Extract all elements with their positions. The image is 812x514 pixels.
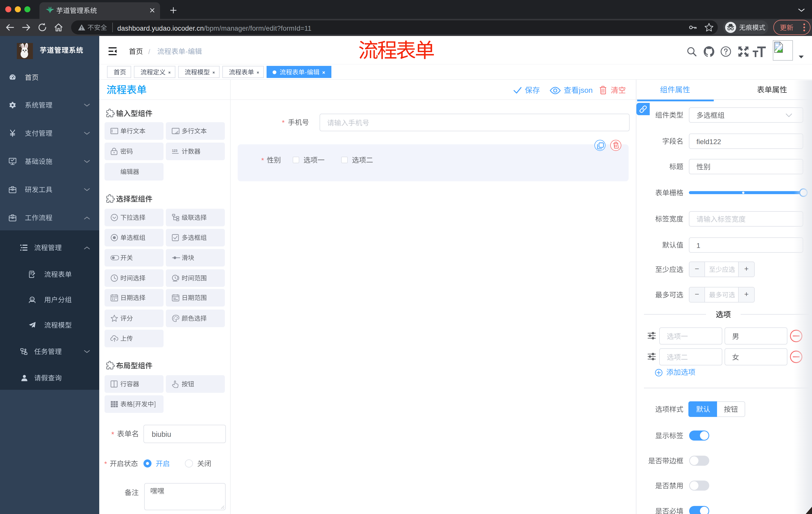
svg-text:123: 123 (172, 148, 178, 153)
